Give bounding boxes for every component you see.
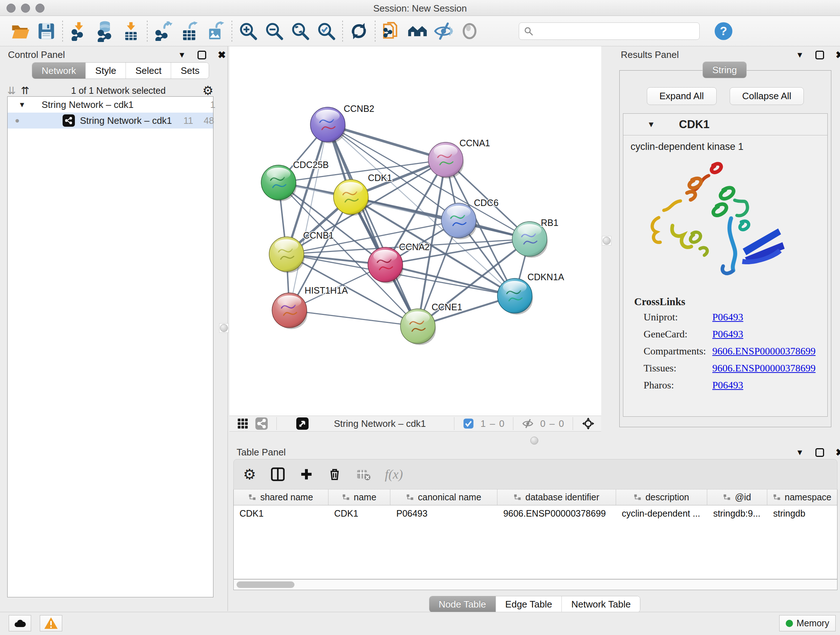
panel-menu-icon[interactable]: ▼ — [796, 448, 804, 457]
gene-section: ▼ CDK1 cyclin-dependent kinase 1 — [623, 113, 828, 417]
function-builder-button[interactable]: f(x) — [385, 467, 403, 482]
hide-unhide-button[interactable] — [431, 19, 456, 44]
import-database-icon — [94, 20, 116, 42]
right-splitter-handle[interactable] — [602, 236, 611, 245]
network-options-gear-icon[interactable]: ⚙ — [202, 83, 213, 98]
results-panel-tabs: String — [703, 62, 747, 78]
edge-CCNB2-HIST1H1A[interactable] — [289, 125, 328, 310]
node-CDC6[interactable]: CDC6 — [441, 198, 499, 239]
collapse-all-button[interactable]: Collapse All — [729, 87, 804, 105]
node-RB1[interactable]: RB1 — [512, 218, 559, 258]
network-collection-row[interactable]: ▼ String Network – cdk1 1 — [8, 97, 213, 112]
expand-all-networks-icon[interactable]: ⇊ — [7, 85, 16, 97]
grid-icon — [237, 418, 248, 429]
help-button[interactable]: ? — [711, 19, 737, 44]
tab-network[interactable]: Network — [32, 63, 86, 79]
import-network-button[interactable] — [66, 19, 92, 44]
network-overview-button[interactable] — [256, 417, 268, 430]
panel-float-icon[interactable] — [197, 51, 206, 59]
memory-label: Memory — [797, 618, 829, 629]
column-header[interactable]: @id — [707, 489, 767, 505]
panel-close-icon[interactable]: ✖ — [218, 49, 226, 61]
left-splitter-handle[interactable] — [219, 323, 229, 333]
node-HIST1H1A[interactable]: HIST1H1A — [272, 285, 348, 329]
section-expander-icon[interactable]: ▼ — [647, 120, 655, 129]
tab-sets[interactable]: Sets — [171, 63, 209, 79]
cloud-status-button[interactable] — [9, 615, 31, 631]
table-options-gear-icon[interactable]: ⚙ — [243, 466, 256, 483]
node-CCNA1[interactable]: CCNA1 — [428, 138, 490, 179]
import-table-button[interactable] — [118, 19, 144, 44]
column-type-icon — [723, 494, 731, 501]
panel-close-icon[interactable]: ✖ — [836, 49, 840, 61]
column-header[interactable]: name — [328, 489, 391, 505]
export-table-button[interactable] — [177, 19, 202, 44]
expand-all-button[interactable]: Expand All — [647, 87, 717, 105]
titlebar: Session: New Session — [0, 0, 840, 16]
zoom-selected-button[interactable] — [313, 19, 339, 44]
hidden-items-button[interactable] — [522, 418, 534, 429]
column-header[interactable]: namespace — [767, 489, 837, 505]
create-column-button[interactable] — [300, 467, 313, 481]
node-CCNB2[interactable]: CCNB2 — [310, 103, 374, 143]
tab-network-table[interactable]: Network Table — [562, 596, 640, 612]
column-header[interactable]: canonical name — [390, 489, 497, 505]
collection-expander-icon[interactable]: ▼ — [19, 101, 26, 109]
zoom-in-button[interactable] — [235, 19, 261, 44]
tab-node-table[interactable]: Node Table — [429, 596, 496, 612]
apply-layout-button[interactable] — [346, 19, 372, 44]
panel-float-icon[interactable] — [815, 448, 824, 457]
export-image-button[interactable] — [202, 19, 229, 44]
warnings-button[interactable] — [40, 615, 62, 631]
selected-items-checkbox[interactable] — [463, 418, 474, 429]
zoom-out-button[interactable] — [261, 19, 287, 44]
fit-content-button[interactable] — [582, 417, 595, 430]
node-CDKN1A[interactable]: CDKN1A — [497, 272, 564, 315]
grid-view-button[interactable] — [237, 418, 248, 429]
string-network-graph[interactable]: CCNB2CCNA1CDC25BCDK1CDC6RB1CCNB1CCNA2CDK… — [229, 46, 601, 416]
eye-slash-small-icon — [522, 418, 534, 429]
bottom-splitter-handle[interactable] — [530, 436, 539, 445]
open-session-button[interactable] — [7, 19, 33, 44]
delete-column-button[interactable] — [328, 467, 341, 481]
birds-eye-toggle-button[interactable] — [296, 417, 309, 430]
crosslink-pharos[interactable]: P06493 — [712, 379, 744, 391]
table-row[interactable]: CDK1 CDK1 P06493 9606.ENSP00000378699 cy… — [234, 505, 837, 521]
crosslink-compartments[interactable]: 9606.ENSP00000378699 — [712, 345, 815, 357]
zoom-fit-button[interactable] — [287, 19, 313, 44]
hidden-counts: 0 – 0 — [540, 418, 565, 429]
panel-menu-icon[interactable]: ▼ — [178, 50, 186, 60]
tab-select[interactable]: Select — [126, 63, 171, 79]
table-horizontal-scrollbar[interactable] — [233, 579, 837, 590]
delete-table-button[interactable] — [356, 467, 370, 481]
edge-CCNB2-CCNE1[interactable] — [328, 125, 418, 326]
gene-section-header[interactable]: ▼ CDK1 — [623, 114, 827, 135]
crosslink-genecard[interactable]: P06493 — [712, 328, 744, 340]
panel-menu-icon[interactable]: ▼ — [796, 50, 804, 60]
tab-edge-table[interactable]: Edge Table — [496, 596, 562, 612]
crosslink-uniprot[interactable]: P06493 — [712, 311, 744, 323]
home-button[interactable] — [404, 19, 431, 44]
collapse-all-networks-icon[interactable]: ⇈ — [21, 85, 29, 97]
import-network-from-database-button[interactable] — [92, 19, 118, 44]
column-header[interactable]: shared name — [234, 489, 328, 505]
show-columns-button[interactable] — [271, 467, 285, 481]
tab-string[interactable]: String — [703, 62, 746, 78]
column-header[interactable]: description — [616, 489, 707, 505]
network-canvas[interactable]: CCNB2CCNA1CDC25BCDK1CDC6RB1CCNB1CCNA2CDK… — [229, 46, 601, 416]
search-input[interactable] — [537, 26, 689, 36]
graphics-detail-button[interactable] — [456, 19, 483, 44]
memory-button[interactable]: Memory — [779, 615, 836, 631]
node-CDK1[interactable]: CDK1 — [333, 173, 392, 216]
panel-close-icon[interactable]: ✖ — [836, 447, 840, 458]
edge-HIST1H1A-CCNE1[interactable] — [289, 310, 418, 326]
network-row-selected[interactable]: ● String Network – cdk1 11 48 — [8, 112, 213, 128]
column-header[interactable]: database identifier — [497, 489, 616, 505]
panel-float-icon[interactable] — [815, 51, 824, 59]
tab-style[interactable]: Style — [86, 63, 126, 79]
export-network-button[interactable] — [150, 19, 177, 44]
save-session-button[interactable] — [33, 19, 59, 44]
share-network-file-button[interactable] — [378, 19, 404, 44]
crosslink-tissues[interactable]: 9606.ENSP00000378699 — [712, 363, 815, 374]
scrollbar-thumb[interactable] — [237, 581, 294, 588]
